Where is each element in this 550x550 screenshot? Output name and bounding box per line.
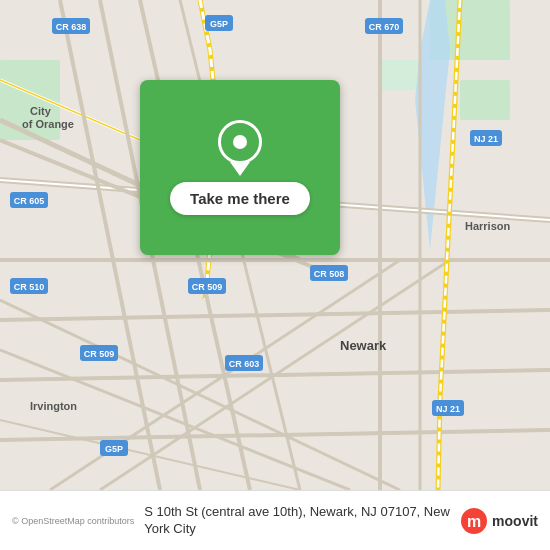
svg-text:CR 509: CR 509 <box>84 349 115 359</box>
svg-text:G5P: G5P <box>210 19 228 29</box>
svg-text:G5P: G5P <box>105 444 123 454</box>
map-container: CR 638 G5P CR 670 NJ 21 CR 605 CR 509 CR… <box>0 0 550 490</box>
svg-text:NJ 21: NJ 21 <box>436 404 460 414</box>
svg-rect-4 <box>380 60 420 90</box>
moovit-logo-icon: m <box>460 507 488 535</box>
svg-text:Harrison: Harrison <box>465 220 511 232</box>
take-me-there-button[interactable]: Take me there <box>170 182 310 215</box>
svg-text:CR 509: CR 509 <box>192 282 223 292</box>
svg-text:CR 508: CR 508 <box>314 269 345 279</box>
svg-text:CR 605: CR 605 <box>14 196 45 206</box>
svg-text:CR 638: CR 638 <box>56 22 87 32</box>
svg-text:m: m <box>467 513 481 530</box>
moovit-logo: m moovit <box>460 507 538 535</box>
moovit-text: moovit <box>492 513 538 529</box>
openstreetmap-attribution: © OpenStreetMap contributors <box>12 516 134 526</box>
svg-text:CR 510: CR 510 <box>14 282 45 292</box>
address-text: S 10th St (central ave 10th), Newark, NJ… <box>144 504 450 538</box>
location-overlay: Take me there <box>140 80 340 255</box>
bottom-bar: © OpenStreetMap contributors S 10th St (… <box>0 490 550 550</box>
svg-text:NJ 21: NJ 21 <box>474 134 498 144</box>
svg-rect-3 <box>460 80 510 120</box>
svg-text:of Orange: of Orange <box>22 118 74 130</box>
svg-text:CR 670: CR 670 <box>369 22 400 32</box>
svg-text:City: City <box>30 105 52 117</box>
map-pin <box>218 120 262 174</box>
svg-text:Newark: Newark <box>340 338 387 353</box>
svg-text:Irvington: Irvington <box>30 400 77 412</box>
svg-text:CR 603: CR 603 <box>229 359 260 369</box>
